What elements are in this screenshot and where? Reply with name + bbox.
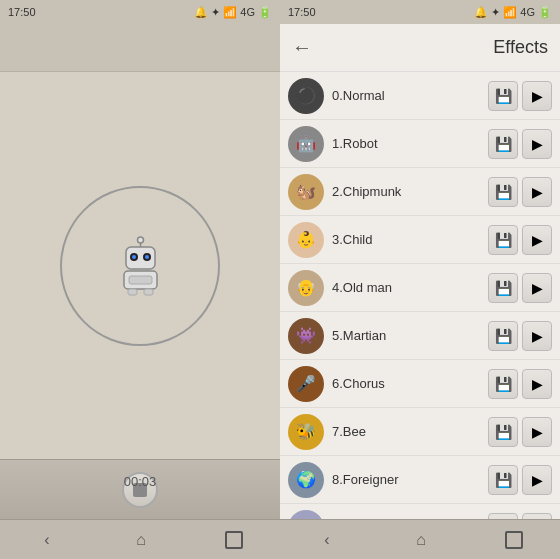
save-effect-button-5[interactable]: 💾: [488, 321, 518, 351]
svg-rect-8: [129, 276, 152, 284]
nav-home-button[interactable]: ⌂: [131, 530, 151, 550]
effect-name-1: 1.Robot: [332, 136, 480, 151]
effect-buttons-4: 💾▶: [488, 273, 552, 303]
effect-avatar-6: 🎤: [288, 366, 324, 402]
effect-item-1: 🤖1.Robot💾▶: [280, 120, 560, 168]
record-area: 00:03: [0, 72, 280, 459]
svg-point-4: [145, 255, 149, 259]
effect-item-4: 👴4.Old man💾▶: [280, 264, 560, 312]
left-nav-bar: ‹ ⌂: [0, 519, 280, 559]
effect-buttons-6: 💾▶: [488, 369, 552, 399]
effect-item-7: 🐝7.Bee💾▶: [280, 408, 560, 456]
effect-name-7: 7.Bee: [332, 424, 480, 439]
play-effect-button-7[interactable]: ▶: [522, 417, 552, 447]
right-toolbar: ← Effects: [280, 24, 560, 72]
effect-item-3: 👶3.Child💾▶: [280, 216, 560, 264]
effect-name-6: 6.Chorus: [332, 376, 480, 391]
effect-name-5: 5.Martian: [332, 328, 480, 343]
effects-list: ⚫0.Normal💾▶🤖1.Robot💾▶🐿️2.Chipmunk💾▶👶3.Ch…: [280, 72, 560, 519]
right-time: 17:50: [288, 6, 316, 18]
effect-item-2: 🐿️2.Chipmunk💾▶: [280, 168, 560, 216]
effect-avatar-9: 😬: [288, 510, 324, 520]
nav-recent-button[interactable]: [225, 531, 243, 549]
left-status-icons: 🔔 ✦ 📶 4G 🔋: [194, 6, 272, 19]
play-effect-button-6[interactable]: ▶: [522, 369, 552, 399]
save-effect-button-6[interactable]: 💾: [488, 369, 518, 399]
save-effect-button-0[interactable]: 💾: [488, 81, 518, 111]
effect-buttons-2: 💾▶: [488, 177, 552, 207]
effect-buttons-3: 💾▶: [488, 225, 552, 255]
effect-item-5: 👾5.Martian💾▶: [280, 312, 560, 360]
svg-rect-10: [144, 289, 153, 295]
back-button[interactable]: ←: [292, 36, 312, 59]
effect-item-9: 😬9.Nervous💾▶: [280, 504, 560, 519]
svg-point-6: [137, 237, 143, 243]
effect-avatar-4: 👴: [288, 270, 324, 306]
play-effect-button-5[interactable]: ▶: [522, 321, 552, 351]
svg-rect-9: [128, 289, 137, 295]
left-time: 17:50: [8, 6, 36, 18]
save-effect-button-8[interactable]: 💾: [488, 465, 518, 495]
right-panel: 17:50 🔔 ✦ 📶 4G 🔋 ← Effects ⚫0.Normal💾▶🤖1…: [280, 0, 560, 559]
effect-name-2: 2.Chipmunk: [332, 184, 480, 199]
effect-name-8: 8.Foreigner: [332, 472, 480, 487]
effect-buttons-8: 💾▶: [488, 465, 552, 495]
effect-avatar-3: 👶: [288, 222, 324, 258]
effect-avatar-2: 🐿️: [288, 174, 324, 210]
effect-buttons-5: 💾▶: [488, 321, 552, 351]
effect-avatar-8: 🌍: [288, 462, 324, 498]
right-nav-bar: ‹ ⌂: [280, 519, 560, 559]
left-bottom-bar: [0, 459, 280, 519]
play-effect-button-8[interactable]: ▶: [522, 465, 552, 495]
play-effect-button-0[interactable]: ▶: [522, 81, 552, 111]
effect-name-3: 3.Child: [332, 232, 480, 247]
save-effect-button-3[interactable]: 💾: [488, 225, 518, 255]
effect-avatar-5: 👾: [288, 318, 324, 354]
save-effect-button-2[interactable]: 💾: [488, 177, 518, 207]
record-circle: [60, 186, 220, 346]
timer-display: 00:03: [124, 474, 157, 489]
effect-buttons-7: 💾▶: [488, 417, 552, 447]
save-effect-button-7[interactable]: 💾: [488, 417, 518, 447]
effect-avatar-1: 🤖: [288, 126, 324, 162]
play-effect-button-2[interactable]: ▶: [522, 177, 552, 207]
effects-title: Effects: [324, 37, 548, 58]
effect-avatar-7: 🐝: [288, 414, 324, 450]
effect-item-6: 🎤6.Chorus💾▶: [280, 360, 560, 408]
left-panel: 17:50 🔔 ✦ 📶 4G 🔋: [0, 0, 280, 559]
effect-buttons-1: 💾▶: [488, 129, 552, 159]
play-effect-button-4[interactable]: ▶: [522, 273, 552, 303]
right-nav-recent-button[interactable]: [505, 531, 523, 549]
effect-name-4: 4.Old man: [332, 280, 480, 295]
nav-back-button[interactable]: ‹: [37, 530, 57, 550]
play-effect-button-1[interactable]: ▶: [522, 129, 552, 159]
effect-name-0: 0.Normal: [332, 88, 480, 103]
left-toolbar: [0, 24, 280, 72]
save-effect-button-4[interactable]: 💾: [488, 273, 518, 303]
effect-item-8: 🌍8.Foreigner💾▶: [280, 456, 560, 504]
effect-avatar-0: ⚫: [288, 78, 324, 114]
left-status-bar: 17:50 🔔 ✦ 📶 4G 🔋: [0, 0, 280, 24]
save-effect-button-1[interactable]: 💾: [488, 129, 518, 159]
right-nav-home-button[interactable]: ⌂: [411, 530, 431, 550]
right-status-icons: 🔔 ✦ 📶 4G 🔋: [474, 6, 552, 19]
svg-point-3: [132, 255, 136, 259]
robot-icon: [108, 233, 173, 298]
effect-buttons-0: 💾▶: [488, 81, 552, 111]
play-effect-button-3[interactable]: ▶: [522, 225, 552, 255]
right-nav-back-button[interactable]: ‹: [317, 530, 337, 550]
right-status-bar: 17:50 🔔 ✦ 📶 4G 🔋: [280, 0, 560, 24]
effect-item-0: ⚫0.Normal💾▶: [280, 72, 560, 120]
